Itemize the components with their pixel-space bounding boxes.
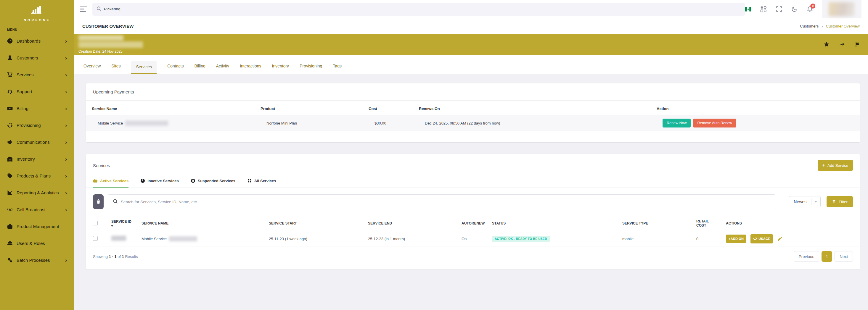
tab-services[interactable]: Services <box>131 61 157 74</box>
sidebar-item-reporting-analytics[interactable]: Reporting & Analytics› <box>0 184 74 201</box>
edit-pencil-icon[interactable] <box>777 236 782 241</box>
services-search-input[interactable] <box>121 200 770 204</box>
filter-button[interactable]: Filter <box>827 196 853 207</box>
sidebar-item-customers[interactable]: Customers› <box>0 49 74 66</box>
notification-badge: 0 <box>810 4 815 8</box>
global-search-input[interactable] <box>104 7 741 11</box>
dark-mode-moon-icon[interactable] <box>791 6 798 12</box>
tab-inventory[interactable]: Inventory <box>272 60 289 74</box>
search-icon <box>96 6 101 12</box>
tab-contacts[interactable]: Contacts <box>167 60 184 74</box>
results-summary: Showing 1 - 1 of 1 Results <box>93 254 138 259</box>
usage-button[interactable]: USAGE <box>750 234 773 243</box>
tab-billing[interactable]: Billing <box>194 60 205 74</box>
funnel-icon <box>832 199 836 204</box>
tab-active-services[interactable]: Active Services <box>93 177 128 187</box>
chevron-right-icon: › <box>65 72 67 77</box>
sidebar-item-product-management[interactable]: Product Management <box>0 218 74 235</box>
chevron-right-icon: › <box>65 123 67 128</box>
col-product: Product <box>260 106 369 111</box>
chevron-right-icon: › <box>65 38 67 44</box>
tab-tags[interactable]: Tags <box>333 60 342 74</box>
page-1-button[interactable]: 1 <box>822 251 832 262</box>
upcoming-payments-card: Upcoming Payments Service Name Product C… <box>86 83 860 142</box>
sidebar-item-billing[interactable]: Billing› <box>0 100 74 117</box>
apps-grid-icon[interactable] <box>760 6 767 12</box>
sidebar-item-label: Communications <box>17 140 50 145</box>
add-on-button[interactable]: +ADD ON <box>726 235 746 243</box>
sidebar-item-label: Products & Plans <box>17 173 51 178</box>
remove-auto-renew-button[interactable]: Remove Auto Renew <box>693 118 736 128</box>
all-services-grid-icon <box>247 178 252 183</box>
brand-name: NORFONE <box>24 18 50 22</box>
brand-logo[interactable]: NORFONE <box>0 0 74 23</box>
previous-page-button[interactable]: Previous <box>794 251 819 262</box>
sidebar-item-batch-processes[interactable]: Batch Processes› <box>0 252 74 269</box>
service-end-value: 25-12-23 (in 1 month) <box>368 237 462 241</box>
breadcrumb-parent[interactable]: Customers <box>800 24 818 28</box>
next-page-button[interactable]: Next <box>835 251 853 262</box>
tab-sites[interactable]: Sites <box>111 60 121 74</box>
tab-suspended-services[interactable]: Suspended Services <box>191 177 235 187</box>
sidebar-item-inventory[interactable]: Inventory› <box>0 150 74 167</box>
breadcrumb: Customers › Customer Overview <box>800 24 860 29</box>
add-service-button[interactable]: + Add Service <box>818 160 853 171</box>
page-header: CUSTOMER OVERVIEW Customers › Customer O… <box>74 18 868 34</box>
plus-icon: + <box>823 163 825 168</box>
tab-label: Suspended Services <box>198 179 235 183</box>
sidebar-item-label: Billing <box>17 106 28 111</box>
tab-provisioning[interactable]: Provisioning <box>300 60 322 74</box>
sidebar-item-dashboards[interactable]: Dashboards› <box>0 33 74 49</box>
col-retail-cost: RETAIL COST <box>696 219 726 228</box>
flag-icon[interactable] <box>855 41 860 47</box>
customer-banner: Creation Date: 24 Nov 2025 <box>74 34 868 55</box>
norfone-logo-icon <box>28 4 45 18</box>
tab-all-services[interactable]: All Services <box>247 177 276 187</box>
favorite-star-icon[interactable] <box>824 41 830 47</box>
sidebar-item-provisioning[interactable]: Provisioning› <box>0 117 74 134</box>
sort-dropdown[interactable]: Newest ▾ <box>789 196 820 207</box>
upcoming-payments-header-row: Service Name Product Cost Renews On Acti… <box>92 101 854 115</box>
search-icon <box>113 199 118 205</box>
sidebar-item-cell-broadcast[interactable]: A Cell Broadcast› <box>0 201 74 218</box>
notification-bell-icon[interactable]: 0 <box>806 6 813 12</box>
services-tab-bar: Active Services Inactive Services Suspen… <box>86 177 860 187</box>
col-service-id: SERVICE ID ▾ <box>111 219 142 228</box>
sidebar-item-label: Reporting & Analytics <box>17 190 59 195</box>
renews-on-value: Dec 24, 2025, 08:50 AM (22 days from now… <box>425 121 662 126</box>
headset-icon <box>7 89 13 94</box>
page-content: Upcoming Payments Service Name Product C… <box>74 74 868 310</box>
fullscreen-icon[interactable] <box>776 6 782 12</box>
row-checkbox[interactable] <box>93 236 98 241</box>
language-flag-icon[interactable] <box>745 6 751 12</box>
sidebar-item-users-roles[interactable]: Users & Roles <box>0 235 74 252</box>
briefcase-icon <box>93 178 98 183</box>
col-service-name: SERVICE NAME <box>142 221 269 226</box>
sort-caret-icon[interactable]: ▾ <box>111 224 142 228</box>
sidebar-item-label: Customers <box>17 55 38 60</box>
pause-circle-icon <box>191 178 195 183</box>
tab-label: Active Services <box>100 179 128 183</box>
sidebar-item-services[interactable]: Services› <box>0 66 74 83</box>
sidebar-item-support[interactable]: Support› <box>0 83 74 100</box>
cart-icon <box>7 72 13 77</box>
sidebar-item-communications[interactable]: Communications› <box>0 134 74 150</box>
dotted-spinner-icon <box>7 123 13 128</box>
tab-activity[interactable]: Activity <box>216 60 229 74</box>
tab-inactive-services[interactable]: Inactive Services <box>140 177 179 187</box>
services-title: Services <box>93 163 110 168</box>
chevron-right-icon: › <box>65 140 67 145</box>
sidebar-item-label: Inventory <box>17 157 35 162</box>
retail-cost-value: 0 <box>696 237 726 241</box>
sidebar-item-products-plans[interactable]: Products & Plans› <box>0 167 74 184</box>
sidebar-item-label: Batch Processes <box>17 257 50 263</box>
select-all-checkbox[interactable] <box>93 221 98 226</box>
share-icon[interactable] <box>839 41 845 47</box>
delete-selected-button[interactable] <box>93 194 104 209</box>
tab-interactions[interactable]: Interactions <box>240 60 261 74</box>
redacted-customer-subtitle <box>79 41 143 48</box>
tab-overview[interactable]: Overview <box>84 60 101 74</box>
user-menu[interactable] <box>822 0 862 18</box>
renew-now-button[interactable]: Renew Now <box>662 118 691 128</box>
menu-toggle-button[interactable] <box>80 6 87 12</box>
